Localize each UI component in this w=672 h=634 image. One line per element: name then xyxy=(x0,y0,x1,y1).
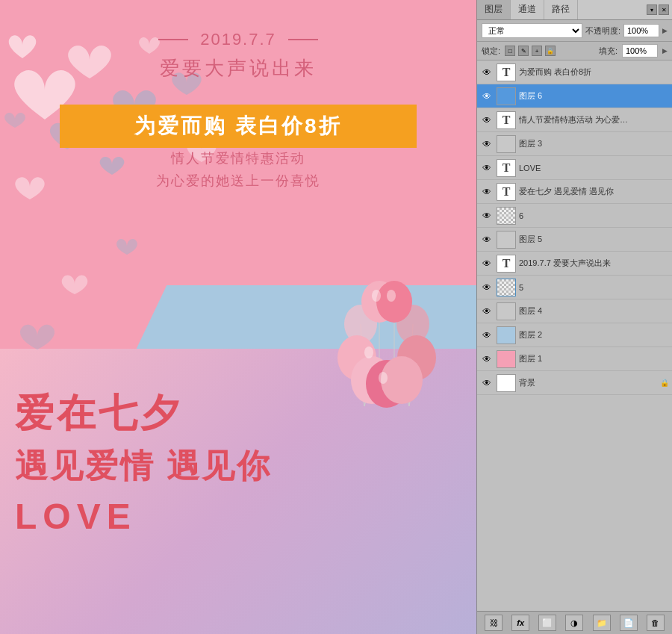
desc-line-2: 为心爱的她送上一份喜悦 xyxy=(0,172,476,190)
layer-visibility-icon[interactable]: 👁 xyxy=(480,257,494,270)
layer-visibility-icon[interactable]: 👁 xyxy=(480,376,494,390)
layer-item[interactable]: 👁6 xyxy=(477,204,672,228)
panel-tab-bar: 图层 通道 路径 ▾ ✕ xyxy=(477,0,672,20)
tab-channels[interactable]: 通道 xyxy=(511,0,544,19)
collapse-btn-1[interactable]: ▾ xyxy=(647,4,657,15)
mode-opacity-row: 正常 不透明度: ▶ xyxy=(477,20,672,42)
layer-item[interactable]: 👁T爱在七夕 遇见爱情 遇见你 xyxy=(477,180,672,204)
tab-layers[interactable]: 图层 xyxy=(477,0,511,19)
lock-pixels-icon[interactable]: □ xyxy=(505,46,515,56)
collapse-btn-2[interactable]: ✕ xyxy=(659,4,669,15)
lock-move-icon[interactable]: ✎ xyxy=(518,46,529,56)
lock-transform-icon[interactable]: + xyxy=(532,46,542,56)
layer-name-label: LOVE xyxy=(519,164,669,173)
layer-name-label: 图层 1 xyxy=(519,353,669,364)
layer-visibility-icon[interactable]: 👁 xyxy=(480,161,494,175)
layer-thumbnail xyxy=(497,302,516,320)
date-dash-right xyxy=(288,39,318,40)
layer-item[interactable]: 👁图层 2 xyxy=(477,323,672,347)
new-group-button[interactable]: 📁 xyxy=(593,615,611,631)
layer-thumbnail xyxy=(497,374,516,392)
layer-item[interactable]: 👁5 xyxy=(477,276,672,299)
subtitle-top: 爱要大声说出来 xyxy=(0,55,476,81)
opacity-input[interactable] xyxy=(623,24,659,37)
layer-thumbnail: T xyxy=(497,63,516,81)
date-text: 2019.7.7 xyxy=(200,30,276,49)
new-layer-button[interactable]: 📄 xyxy=(620,615,638,631)
layer-visibility-icon[interactable]: 👁 xyxy=(480,66,494,79)
layer-name-label: 图层 2 xyxy=(519,329,669,341)
fx-button[interactable]: fx xyxy=(511,615,529,631)
layer-lock-icon: 🔒 xyxy=(660,379,669,387)
lock-label: 锁定: xyxy=(482,46,500,57)
panel-bottom-toolbar: ⛓ fx ⬜ ◑ 📁 📄 🗑 xyxy=(477,611,672,634)
opacity-label: 不透明度: xyxy=(585,25,620,37)
layer-item[interactable]: 👁图层 3 xyxy=(477,132,672,156)
blend-mode-select[interactable]: 正常 xyxy=(482,23,582,38)
layer-name-label: 图层 4 xyxy=(519,305,669,317)
lock-all-icon[interactable]: 🔒 xyxy=(545,46,556,56)
layer-name-label: 图层 6 xyxy=(519,90,669,102)
layer-visibility-icon[interactable]: 👁 xyxy=(480,352,494,366)
canvas-background: 2019.7.7 爱要大声说出来 为爱而购 表白价8折 情人节爱情特惠活动 为心… xyxy=(0,0,476,634)
layer-thumbnail xyxy=(497,326,516,344)
svg-point-20 xyxy=(364,346,373,358)
date-line: 2019.7.7 xyxy=(0,30,476,49)
svg-point-21 xyxy=(379,372,388,384)
desc-line-1: 情人节爱情特惠活动 xyxy=(0,149,476,167)
layer-visibility-icon[interactable]: 👁 xyxy=(480,209,494,223)
layer-visibility-icon[interactable]: 👁 xyxy=(480,185,494,199)
layer-name-label: 背景 xyxy=(519,377,657,388)
adjustment-button[interactable]: ◑ xyxy=(565,615,583,631)
panel-collapse-buttons: ▾ ✕ xyxy=(642,3,672,16)
layer-item[interactable]: 👁图层 6 xyxy=(477,84,672,108)
layer-visibility-icon[interactable]: 👁 xyxy=(480,90,494,103)
panel-tabs-group: 图层 通道 路径 xyxy=(477,0,578,19)
layer-thumbnail xyxy=(497,231,516,249)
layer-visibility-icon[interactable]: 👁 xyxy=(480,329,494,342)
layer-thumbnail xyxy=(497,135,516,153)
love-text: LOVE xyxy=(15,496,461,537)
banner-text: 为爱而购 表白价8折 xyxy=(134,114,341,137)
fill-input[interactable] xyxy=(622,44,658,58)
layer-item[interactable]: 👁图层 1 xyxy=(477,347,672,371)
layer-visibility-icon[interactable]: 👁 xyxy=(480,114,494,127)
big-subtitle: 遇见爱情 遇见你 xyxy=(15,444,461,488)
tab-paths[interactable]: 路径 xyxy=(544,0,578,19)
layer-item[interactable]: 👁图层 5 xyxy=(477,228,672,252)
layer-visibility-icon[interactable]: 👁 xyxy=(480,305,494,318)
layer-thumbnail xyxy=(497,207,516,225)
date-dash-left xyxy=(158,39,188,40)
layer-item[interactable]: 👁T为爱而购 表白价8折 xyxy=(477,60,672,84)
layer-thumbnail xyxy=(497,279,516,296)
layer-thumbnail: T xyxy=(497,183,516,201)
svg-point-19 xyxy=(387,290,396,302)
fill-arrow-icon[interactable]: ▶ xyxy=(662,47,668,55)
opacity-arrow-icon[interactable]: ▶ xyxy=(662,27,668,34)
link-layers-button[interactable]: ⛓ xyxy=(485,615,503,631)
layer-name-label: 情人节爱情特惠活动 为心爱… xyxy=(519,114,669,125)
svg-point-18 xyxy=(372,290,381,302)
layer-thumbnail: T xyxy=(497,159,516,177)
layer-thumbnail xyxy=(497,350,516,368)
layer-name-label: 2019.7.7 爱要大声说出来 xyxy=(519,258,669,269)
layer-visibility-icon[interactable]: 👁 xyxy=(480,281,494,294)
layers-panel: 图层 通道 路径 ▾ ✕ 正常 不透明度: ▶ 锁定: □ ✎ + 🔒 填充: … xyxy=(476,0,672,634)
layer-name-label: 为爱而购 表白价8折 xyxy=(519,66,669,78)
big-title: 爱在七夕 xyxy=(15,388,461,440)
fill-label: 填充: xyxy=(599,46,617,57)
layer-item[interactable]: 👁背景🔒 xyxy=(477,371,672,395)
layer-item[interactable]: 👁TLOVE xyxy=(477,156,672,180)
layer-item[interactable]: 👁图层 4 xyxy=(477,299,672,323)
layer-item[interactable]: 👁T2019.7.7 爱要大声说出来 xyxy=(477,252,672,276)
delete-layer-button[interactable]: 🗑 xyxy=(647,615,665,631)
layers-list: 👁T为爱而购 表白价8折👁图层 6👁T情人节爱情特惠活动 为心爱…👁图层 3👁T… xyxy=(477,60,672,611)
layer-visibility-icon[interactable]: 👁 xyxy=(480,137,494,151)
layer-item[interactable]: 👁T情人节爱情特惠活动 为心爱… xyxy=(477,108,672,132)
yellow-banner: 为爱而购 表白价8折 xyxy=(60,105,417,148)
canvas-area: 2019.7.7 爱要大声说出来 为爱而购 表白价8折 情人节爱情特惠活动 为心… xyxy=(0,0,476,634)
layer-visibility-icon[interactable]: 👁 xyxy=(480,233,494,246)
top-text-section: 2019.7.7 爱要大声说出来 xyxy=(0,30,476,93)
add-mask-button[interactable]: ⬜ xyxy=(538,615,556,631)
layer-thumbnail xyxy=(497,87,516,105)
